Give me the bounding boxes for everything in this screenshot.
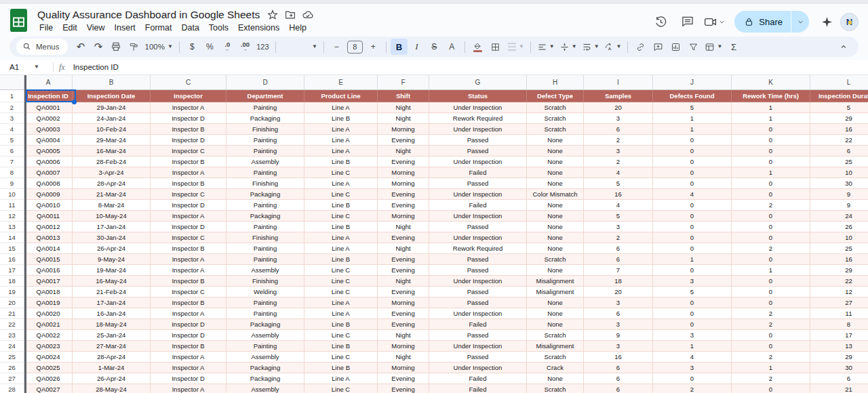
cell[interactable]: Morning xyxy=(378,167,429,178)
create-filter-button[interactable] xyxy=(685,39,702,55)
cell[interactable]: 10-May-24 xyxy=(73,211,151,222)
cell[interactable]: 22 xyxy=(810,135,868,146)
redo-button[interactable]: ↷ xyxy=(90,39,107,55)
cell[interactable]: Failed xyxy=(429,373,527,384)
cell[interactable]: QA0013 xyxy=(24,232,73,243)
cell[interactable]: 10 xyxy=(810,232,868,243)
cell[interactable]: QA0027 xyxy=(24,384,73,393)
cell[interactable]: 0 xyxy=(732,178,810,189)
column-header-A[interactable]: A xyxy=(24,75,73,90)
italic-button[interactable]: I xyxy=(408,39,425,55)
cell[interactable]: Failed xyxy=(429,200,527,211)
cell[interactable]: None xyxy=(527,178,584,189)
cell[interactable]: 2 xyxy=(732,308,810,319)
fill-color-button[interactable] xyxy=(469,39,486,55)
cell[interactable]: 2 xyxy=(732,373,810,384)
cell[interactable]: Packaging xyxy=(226,319,304,330)
cell[interactable]: None xyxy=(527,222,584,232)
cell[interactable]: 3 xyxy=(584,341,653,352)
cell[interactable]: Morning xyxy=(378,124,429,135)
row-number-18[interactable]: 18 xyxy=(0,276,24,287)
increase-decimal-button[interactable]: .00→ xyxy=(237,39,254,55)
more-formats-button[interactable]: 123 xyxy=(254,39,271,55)
cell[interactable]: Inspector D xyxy=(151,373,226,384)
cell[interactable]: 10-Feb-24 xyxy=(73,124,151,135)
cell[interactable]: Assembly xyxy=(226,265,304,276)
cell[interactable]: 20 xyxy=(584,102,653,113)
comments-icon[interactable] xyxy=(676,10,699,33)
cell[interactable]: 26-Apr-24 xyxy=(73,243,151,254)
cell[interactable]: 6 xyxy=(584,384,653,393)
cell[interactable]: 27 xyxy=(810,297,868,308)
cell[interactable]: 22 xyxy=(810,276,868,287)
column-header-L[interactable]: L xyxy=(810,75,868,90)
collapse-toolbar-button[interactable] xyxy=(835,39,852,55)
cell[interactable]: Line A xyxy=(304,243,378,254)
cell[interactable]: 0 xyxy=(732,232,810,243)
cell[interactable]: 0 xyxy=(732,276,810,287)
cell[interactable]: Morning xyxy=(378,341,429,352)
cell[interactable]: 28-May-24 xyxy=(73,384,151,393)
cell[interactable]: 26-Apr-24 xyxy=(73,373,151,384)
row-number-7[interactable]: 7 xyxy=(0,157,24,167)
cell[interactable]: Inspector A xyxy=(151,211,226,222)
cell[interactable]: Line B xyxy=(304,222,378,232)
gemini-sparkle-icon[interactable] xyxy=(817,10,836,33)
cell[interactable]: 0 xyxy=(732,254,810,265)
cell[interactable]: 2 xyxy=(732,243,810,254)
cell[interactable]: Evening xyxy=(378,265,429,276)
cell[interactable]: QA0005 xyxy=(24,146,73,157)
cell[interactable]: Finishing xyxy=(226,178,304,189)
cell[interactable]: 9 xyxy=(810,189,868,200)
cell[interactable]: 0 xyxy=(653,146,732,157)
cell[interactable]: 17-Jan-24 xyxy=(73,297,151,308)
menu-extensions[interactable]: Extensions xyxy=(233,22,284,36)
cell[interactable]: 16-May-24 xyxy=(73,276,151,287)
cell[interactable]: QA0010 xyxy=(24,200,73,211)
cell[interactable]: 0 xyxy=(653,178,732,189)
cell[interactable]: 0 xyxy=(732,330,810,341)
cell[interactable]: None xyxy=(527,200,584,211)
cell[interactable]: 0 xyxy=(653,319,732,330)
cell[interactable]: Passed xyxy=(429,222,527,232)
cell[interactable]: QA0019 xyxy=(24,297,73,308)
cell[interactable]: Passed xyxy=(429,330,527,341)
cell[interactable]: 0 xyxy=(653,167,732,178)
cell[interactable]: Scratch xyxy=(527,352,584,363)
cell[interactable]: QA0007 xyxy=(24,167,73,178)
merge-cells-button[interactable]: ▼ xyxy=(505,39,526,55)
cell[interactable]: Painting xyxy=(226,167,304,178)
cell[interactable]: 29 xyxy=(810,113,868,124)
cell[interactable]: Line C xyxy=(304,384,378,393)
document-title[interactable]: Quality Assurance Dashboard in Google Sh… xyxy=(35,9,262,21)
insert-chart-button[interactable] xyxy=(667,39,684,55)
cell[interactable]: Night xyxy=(378,113,429,124)
cell[interactable]: 17 xyxy=(810,330,868,341)
cell[interactable]: Line A xyxy=(304,297,378,308)
header-cell[interactable]: Inspection Date xyxy=(73,90,151,102)
cell[interactable]: 3 xyxy=(584,113,653,124)
cell[interactable]: QA0017 xyxy=(24,276,73,287)
cell[interactable]: 0 xyxy=(732,146,810,157)
cell[interactable]: 13 xyxy=(810,341,868,352)
cell[interactable]: 0 xyxy=(732,297,810,308)
zoom-select[interactable]: 100%▼ xyxy=(143,39,175,55)
row-number-20[interactable]: 20 xyxy=(0,297,24,308)
cell[interactable]: Night xyxy=(378,330,429,341)
cell[interactable]: Scratch xyxy=(527,384,584,393)
cell[interactable]: 21-Feb-24 xyxy=(73,287,151,297)
row-number-24[interactable]: 24 xyxy=(0,341,24,352)
header-cell[interactable]: Product Line xyxy=(304,90,378,102)
functions-button[interactable]: Σ xyxy=(725,39,742,55)
cell[interactable]: None xyxy=(527,232,584,243)
cell[interactable]: 0 xyxy=(653,135,732,146)
cell[interactable]: Evening xyxy=(378,319,429,330)
cell[interactable]: Packaging xyxy=(226,373,304,384)
cell[interactable]: Rework Required xyxy=(429,243,527,254)
header-cell[interactable]: Inspector xyxy=(151,90,226,102)
header-cell[interactable]: Department xyxy=(226,90,304,102)
cell[interactable]: 20 xyxy=(584,287,653,297)
cell[interactable]: 16 xyxy=(810,124,868,135)
cell[interactable]: Evening xyxy=(378,254,429,265)
cell[interactable]: Scratch xyxy=(527,102,584,113)
